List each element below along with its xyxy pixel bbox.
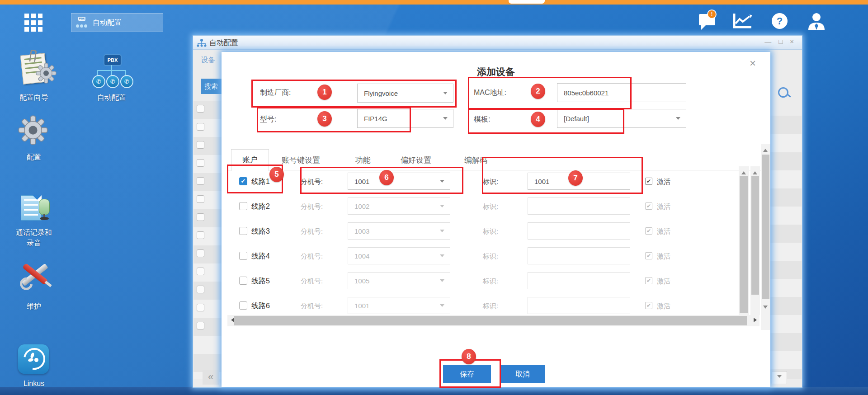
annotation-badge-8: 8 xyxy=(462,349,476,364)
device-row-checkbox[interactable] xyxy=(197,304,204,311)
active-checkbox: ✔ xyxy=(645,227,652,235)
horizontal-scrollbar[interactable] xyxy=(227,315,760,326)
annotation-box-label xyxy=(482,157,643,194)
page-size-dropdown[interactable] xyxy=(772,371,787,384)
dialog-title: 添加设备 xyxy=(222,66,770,78)
annotation-badge-6: 6 xyxy=(379,170,394,185)
annotation-box-template xyxy=(468,108,624,134)
device-row-checkbox[interactable] xyxy=(197,105,204,113)
device-row-checkbox[interactable] xyxy=(197,195,204,203)
device-row-checkbox[interactable] xyxy=(197,231,204,239)
line-checkbox[interactable] xyxy=(239,227,247,235)
device-table-rows-right xyxy=(770,116,802,379)
line-checkbox[interactable] xyxy=(239,252,247,260)
top-notch xyxy=(509,0,545,4)
active-checkbox: ✔ xyxy=(645,277,652,284)
annotation-box-vendor xyxy=(251,80,457,108)
annotation-badge-5: 5 xyxy=(269,167,284,182)
active-checkbox[interactable]: ✔ xyxy=(645,178,652,185)
inner-scrollbar[interactable] xyxy=(750,166,760,315)
line-row-5: 线路5 分机号: 1005 标识: ✔ 激活 xyxy=(227,268,739,293)
help-icon[interactable]: ? xyxy=(772,13,788,29)
phone-icon: ✆ xyxy=(106,75,119,88)
line-row-4: 线路4 分机号: 1004 标识: ✔ 激活 xyxy=(227,244,739,268)
line-checkbox[interactable] xyxy=(239,202,247,210)
tab-account-keys[interactable]: 账号键设置 xyxy=(282,155,320,165)
line-checkbox[interactable] xyxy=(239,301,247,310)
gear-icon xyxy=(18,114,48,146)
gear-icon xyxy=(35,62,57,84)
device-row-checkbox[interactable] xyxy=(197,141,204,149)
search-button[interactable]: 搜索 xyxy=(201,79,222,94)
annotation-badge-1: 1 xyxy=(317,85,332,100)
label-input xyxy=(528,222,630,240)
label-input xyxy=(528,198,630,215)
annotation-badge-4: 4 xyxy=(531,112,545,127)
user-account-icon[interactable] xyxy=(807,12,826,30)
extension-select: 1003 xyxy=(348,222,450,240)
device-row-checkbox[interactable] xyxy=(197,268,204,275)
line-name: 线路5 xyxy=(251,277,270,286)
line-row-6: 线路6 分机号: 1001 标识: ✔ 激活 xyxy=(227,293,739,318)
desktop-icon-label: 配置向导 xyxy=(5,93,63,103)
label-input xyxy=(528,297,630,314)
annotation-box-mac xyxy=(468,77,632,109)
desktop-icon-label: 配置 xyxy=(5,153,63,162)
top-orange-bar xyxy=(0,0,868,5)
device-row-checkbox[interactable] xyxy=(197,322,204,329)
panel-scrollbar[interactable] xyxy=(761,144,770,330)
tab-preferences[interactable]: 偏好设置 xyxy=(401,155,431,165)
taskbar-item-label: 自动配置 xyxy=(93,18,122,28)
desktop-icon-label: 通话记录和 xyxy=(0,228,68,238)
chevron-down-icon xyxy=(676,117,680,122)
desktop-bottom-strip xyxy=(0,387,868,395)
active-checkbox: ✔ xyxy=(645,202,652,210)
desktop-icon-label: Linkus xyxy=(5,380,63,388)
annotation-badge-3: 3 xyxy=(317,111,332,127)
line-name: 线路6 xyxy=(251,301,270,311)
line-name: 线路4 xyxy=(251,252,270,261)
phone-icon: ✆ xyxy=(120,75,133,88)
extension-select: 1005 xyxy=(348,272,450,289)
collapse-panel-button[interactable]: « xyxy=(203,370,219,385)
desktop-icon-label: 自动配置 xyxy=(82,93,141,103)
line-name: 线路3 xyxy=(251,227,270,236)
active-label: 激活 xyxy=(657,178,670,186)
line-name: 线路2 xyxy=(251,202,270,212)
desktop-icon-label: 维护 xyxy=(5,302,63,311)
line-row-3: 线路3 分机号: 1003 标识: ✔ 激活 xyxy=(227,219,739,244)
apps-grid-icon[interactable] xyxy=(24,14,42,32)
report-chart-icon[interactable] xyxy=(732,13,752,29)
device-row-checkbox[interactable] xyxy=(197,159,204,167)
active-checkbox: ✔ xyxy=(645,302,652,309)
tab-features[interactable]: 功能 xyxy=(355,155,371,165)
window-close-button[interactable]: × xyxy=(790,38,794,45)
line-row-2: 线路2 分机号: 1002 标识: ✔ 激活 xyxy=(227,194,739,219)
phone-icon: ✆ xyxy=(92,75,105,88)
device-row-checkbox[interactable] xyxy=(197,249,204,257)
window-titlebar[interactable] xyxy=(193,36,802,50)
device-row-checkbox[interactable] xyxy=(197,123,204,131)
chevron-down-icon xyxy=(443,117,448,122)
notification-badge: ! xyxy=(708,10,716,18)
line-checkbox[interactable] xyxy=(239,277,247,285)
annotation-badge-2: 2 xyxy=(531,84,545,99)
device-row-checkbox[interactable] xyxy=(197,286,204,293)
microphone-icon xyxy=(39,199,50,215)
extension-select: 1002 xyxy=(348,198,450,215)
cancel-button[interactable]: 取消 xyxy=(500,365,545,383)
device-row-checkbox[interactable] xyxy=(197,213,204,221)
search-icon[interactable] xyxy=(778,87,788,98)
extension-select: 1001 xyxy=(348,297,450,314)
pbx-tree-icon xyxy=(197,38,207,47)
label-input xyxy=(528,272,630,289)
list-scrollbar[interactable] xyxy=(739,166,749,315)
window-maximize-button[interactable]: □ xyxy=(778,38,783,45)
device-row-checkbox[interactable] xyxy=(197,177,204,185)
pbx-badge: PBX xyxy=(104,54,122,66)
window-minimize-button[interactable]: — xyxy=(764,38,771,45)
label-input xyxy=(528,247,630,264)
dialog-close-icon[interactable]: × xyxy=(746,56,760,70)
taskbar-item-auto-provisioning[interactable]: PBX 自动配置 xyxy=(71,13,163,32)
tab-devices[interactable]: 设备 xyxy=(201,56,215,65)
